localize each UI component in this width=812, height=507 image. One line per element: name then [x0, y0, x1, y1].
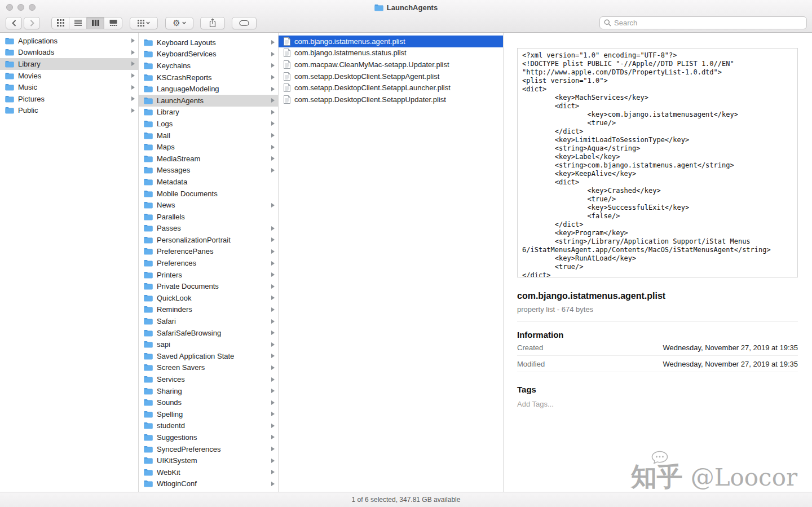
forward-button[interactable]: [24, 17, 40, 29]
plist-file-icon: [284, 60, 290, 69]
information-heading: Information: [517, 330, 798, 340]
folder-row[interactable]: KSCrashReports: [139, 72, 278, 83]
close-button[interactable]: [6, 4, 13, 11]
file-row[interactable]: com.setapp.DesktopClient.SetappUpdater.p…: [279, 94, 503, 105]
folder-row[interactable]: Pictures: [0, 93, 138, 105]
folder-icon: [144, 329, 153, 337]
folder-row[interactable]: UIKitSystem: [139, 455, 278, 466]
search-input[interactable]: [614, 19, 802, 27]
folder-row[interactable]: studentd: [139, 420, 278, 432]
folder-row[interactable]: Sounds: [139, 396, 278, 408]
gear-icon: ⚙: [173, 19, 180, 27]
folder-row[interactable]: LaunchAgents: [139, 95, 278, 107]
folder-row[interactable]: News: [139, 199, 278, 211]
folder-row[interactable]: Private Documents: [139, 280, 278, 292]
folder-row[interactable]: Maps: [139, 141, 278, 153]
disclosure-arrow-icon: [271, 272, 275, 277]
folder-name: Mail: [157, 131, 271, 140]
folder-row[interactable]: Services: [139, 373, 278, 385]
folder-row[interactable]: Parallels: [139, 211, 278, 223]
folder-row[interactable]: WebKit: [139, 466, 278, 478]
tag-button[interactable]: [232, 17, 257, 29]
zoom-button[interactable]: [29, 4, 36, 11]
folder-name: Passes: [157, 224, 271, 232]
folder-row[interactable]: Library: [139, 107, 278, 118]
folder-icon: [144, 387, 153, 395]
folder-name: Saved Application State: [157, 352, 271, 360]
folder-row[interactable]: Keychains: [139, 60, 278, 72]
folder-icon: [5, 95, 14, 103]
disclosure-arrow-icon: [271, 121, 275, 126]
folder-row[interactable]: Downloads: [0, 47, 138, 59]
icon-view-button[interactable]: [52, 17, 69, 29]
folder-row[interactable]: SyncedPreferences: [139, 443, 278, 455]
plist-file-icon: [284, 95, 290, 104]
folder-row[interactable]: Sharing: [139, 385, 278, 397]
disclosure-arrow-icon: [131, 85, 135, 90]
disclosure-arrow-icon: [271, 470, 275, 474]
action-button[interactable]: ⚙: [165, 17, 193, 29]
folder-row[interactable]: KeyboardServices: [139, 49, 278, 60]
folder-row[interactable]: Suggestions: [139, 431, 278, 443]
folder-row[interactable]: Safari: [139, 315, 278, 327]
file-row[interactable]: com.bjango.istatmenus.agent.plist: [279, 36, 503, 47]
folder-name: Screen Savers: [157, 363, 271, 372]
created-value: Wednesday, November 27, 2019 at 19:35: [663, 343, 798, 352]
folder-row[interactable]: Mobile Documents: [139, 188, 278, 200]
plist-xml-content: <?xml version="1.0" encoding="UTF-8"?> <…: [522, 51, 793, 277]
folder-icon: [144, 74, 153, 81]
folder-row[interactable]: Logs: [139, 118, 278, 130]
add-tags-field[interactable]: Add Tags...: [517, 400, 798, 408]
folder-name: Public: [18, 106, 131, 114]
folder-row[interactable]: WtloginConf: [139, 478, 278, 490]
folder-row[interactable]: PersonalizationPortrait: [139, 234, 278, 246]
folder-row[interactable]: QuickLook: [139, 292, 278, 304]
folder-row[interactable]: Reminders: [139, 304, 278, 316]
folder-row[interactable]: sapi: [139, 338, 278, 350]
folder-row[interactable]: Screen Savers: [139, 362, 278, 374]
disclosure-arrow-icon: [131, 73, 135, 78]
plist-file-icon: [284, 72, 290, 81]
folder-row[interactable]: Saved Application State: [139, 350, 278, 362]
folder-row[interactable]: Messages: [139, 165, 278, 177]
disclosure-arrow-icon: [271, 75, 275, 80]
file-row[interactable]: com.bjango.istatmenus.status.plist: [279, 47, 503, 59]
disclosure-arrow-icon: [271, 203, 275, 208]
group-button[interactable]: [130, 17, 158, 29]
folder-row[interactable]: LanguageModeling: [139, 83, 278, 95]
minimize-button[interactable]: [17, 4, 24, 11]
folder-row[interactable]: Public: [0, 105, 138, 117]
window-title-area: LaunchAgents: [0, 0, 812, 15]
chevron-down-icon: [146, 21, 150, 24]
folder-row[interactable]: PreferencePanes: [139, 246, 278, 258]
window-title: LaunchAgents: [387, 3, 438, 12]
disclosure-arrow-icon: [271, 435, 275, 439]
folder-row[interactable]: Spelling: [139, 408, 278, 420]
folder-row[interactable]: SafariSafeBrowsing: [139, 327, 278, 339]
folder-row[interactable]: Mail: [139, 130, 278, 142]
folder-row[interactable]: Music: [0, 81, 138, 93]
folder-row[interactable]: Metadata: [139, 176, 278, 188]
folder-row[interactable]: Keyboard Layouts: [139, 37, 278, 49]
folder-row[interactable]: Preferences: [139, 257, 278, 269]
folder-row[interactable]: Passes: [139, 223, 278, 235]
disclosure-arrow-icon: [271, 389, 275, 393]
folder-row[interactable]: Movies: [0, 70, 138, 82]
folder-row[interactable]: MediaStream: [139, 153, 278, 165]
folder-row[interactable]: Printers: [139, 269, 278, 281]
share-button[interactable]: [200, 17, 225, 29]
folder-icon: [144, 50, 153, 58]
folder-row[interactable]: Applications: [0, 35, 138, 47]
file-row[interactable]: com.setapp.DesktopClient.SetappAgent.pli…: [279, 70, 503, 82]
folder-row[interactable]: Library: [0, 58, 138, 70]
search-field[interactable]: [599, 16, 807, 29]
file-row[interactable]: com.setapp.DesktopClient.SetappLauncher.…: [279, 82, 503, 94]
list-view-button[interactable]: [69, 17, 87, 29]
folder-icon: [5, 72, 14, 80]
file-row[interactable]: com.macpaw.CleanMyMac-setapp.Updater.pli…: [279, 59, 503, 70]
column-places: Applications Downloads Library: [0, 33, 139, 492]
back-button[interactable]: [6, 17, 22, 29]
gallery-view-button[interactable]: [104, 17, 122, 29]
folder-icon: [5, 60, 14, 68]
column-view-button[interactable]: [87, 17, 104, 29]
